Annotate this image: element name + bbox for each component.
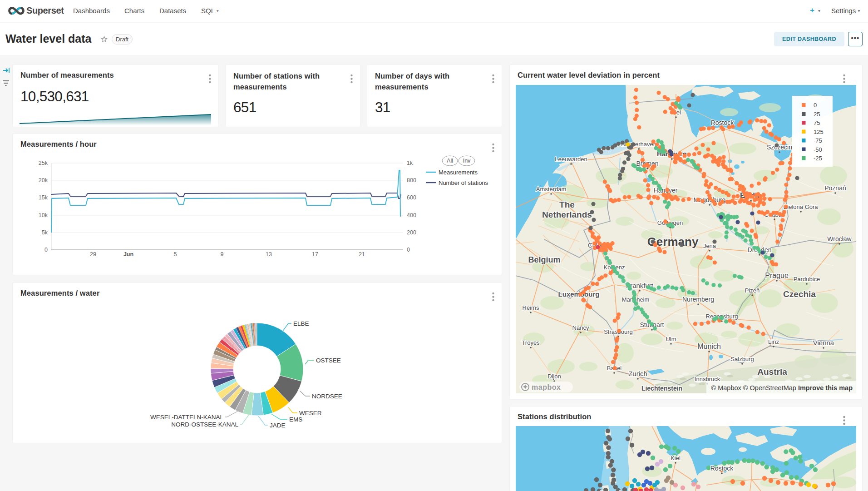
svg-text:Poznań: Poznań	[824, 184, 846, 192]
svg-text:Liechtenstein: Liechtenstein	[641, 385, 682, 392]
svg-text:5k: 5k	[42, 229, 48, 236]
svg-text:20k: 20k	[39, 177, 48, 184]
svg-text:Prague: Prague	[765, 272, 789, 279]
svg-text:Pardubice: Pardubice	[794, 276, 820, 283]
svg-text:Belgium: Belgium	[528, 255, 560, 264]
svg-text:125: 125	[814, 129, 824, 135]
svg-text:OSTSEE: OSTSEE	[316, 357, 341, 364]
svg-text:EMS: EMS	[289, 416, 302, 423]
svg-text:Leeuwarden: Leeuwarden	[555, 156, 587, 163]
svg-text:WESEL-DATTELN-KANAL: WESEL-DATTELN-KANAL	[150, 414, 224, 421]
svg-text:-50: -50	[814, 146, 822, 153]
svg-text:The: The	[559, 200, 575, 209]
svg-text:JADE: JADE	[270, 422, 286, 429]
svg-text:Jun: Jun	[123, 251, 133, 258]
svg-text:Szczecin: Szczecin	[767, 144, 792, 151]
svg-text:Salzburg: Salzburg	[730, 356, 754, 362]
svg-text:NORD-OSTSEE-KANAL: NORD-OSTSEE-KANAL	[171, 421, 238, 428]
svg-text:-75: -75	[814, 137, 822, 144]
svg-text:0: 0	[407, 247, 410, 253]
svg-text:Munich: Munich	[697, 342, 721, 350]
svg-text:Vienna: Vienna	[813, 339, 834, 347]
svg-text:75: 75	[814, 119, 820, 126]
svg-text:0: 0	[44, 247, 48, 253]
svg-text:Nuremberg: Nuremberg	[682, 296, 714, 303]
svg-text:25k: 25k	[39, 160, 48, 166]
svg-text:Plzeň: Plzeň	[745, 287, 760, 294]
svg-text:WESER: WESER	[299, 410, 322, 417]
svg-text:5: 5	[174, 251, 177, 258]
svg-text:600: 600	[407, 194, 416, 201]
svg-text:Kiel: Kiel	[671, 455, 681, 461]
svg-text:10k: 10k	[39, 212, 48, 218]
svg-text:All: All	[447, 158, 453, 164]
svg-text:ELBE: ELBE	[293, 320, 309, 327]
svg-text:Netherlands: Netherlands	[542, 210, 592, 219]
svg-text:Zurich: Zurich	[628, 370, 647, 377]
svg-text:Zielona Góra: Zielona Góra	[784, 203, 818, 210]
svg-text:Rostock: Rostock	[711, 119, 735, 126]
svg-text:Inv: Inv	[463, 158, 471, 164]
svg-text:© Mapbox © OpenStreetMap Impro: © Mapbox © OpenStreetMap Improve this ma…	[711, 384, 853, 392]
svg-text:15k: 15k	[39, 194, 48, 201]
svg-text:21: 21	[359, 251, 365, 258]
svg-text:-25: -25	[814, 155, 822, 162]
svg-text:Amsterdam: Amsterdam	[536, 186, 566, 193]
svg-text:Ulm: Ulm	[666, 336, 676, 342]
svg-text:9: 9	[221, 251, 224, 258]
svg-text:Austria: Austria	[757, 367, 787, 377]
svg-text:29: 29	[90, 251, 96, 258]
svg-text:400: 400	[407, 212, 416, 218]
svg-text:Rostock: Rostock	[710, 465, 734, 472]
svg-text:Troyes: Troyes	[522, 339, 540, 346]
svg-text:Reims: Reims	[523, 304, 539, 311]
svg-text:NORDSEE: NORDSEE	[312, 393, 342, 400]
svg-text:200: 200	[407, 229, 416, 236]
svg-text:1k: 1k	[407, 160, 413, 166]
svg-text:25: 25	[814, 111, 820, 118]
svg-text:mapbox: mapbox	[532, 383, 561, 391]
svg-text:Wrocław: Wrocław	[827, 235, 852, 243]
svg-text:Nancy: Nancy	[572, 324, 589, 331]
svg-text:Czechia: Czechia	[783, 289, 816, 299]
svg-text:17: 17	[312, 251, 318, 258]
svg-text:0: 0	[814, 102, 817, 109]
svg-text:Number of stations: Number of stations	[439, 179, 488, 186]
svg-text:13: 13	[266, 251, 272, 258]
svg-text:Measurements: Measurements	[439, 169, 478, 176]
svg-text:800: 800	[407, 177, 416, 184]
svg-text:Dijon: Dijon	[547, 373, 561, 380]
svg-text:Linz: Linz	[768, 338, 779, 345]
